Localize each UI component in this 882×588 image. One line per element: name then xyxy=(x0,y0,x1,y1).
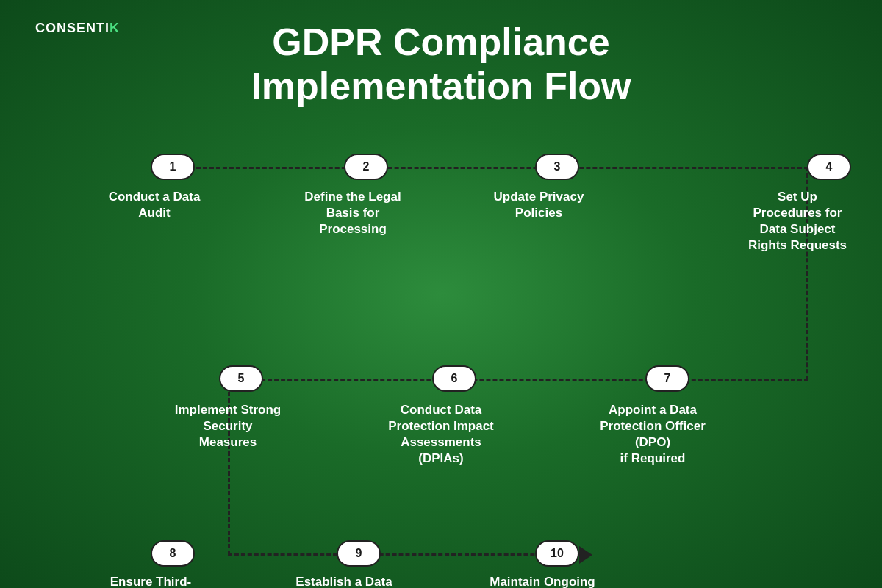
step-3-label: Update Privacy Policies xyxy=(476,189,601,221)
step-5-bubble: 5 xyxy=(219,365,263,392)
step-6-bubble: 6 xyxy=(432,365,476,392)
step-10-label: Maintain Ongoing Compliance xyxy=(469,574,616,588)
step-5-label: Implement Strong Security Measures xyxy=(154,402,301,451)
row3-arrow xyxy=(579,546,592,564)
step-4-bubble: 4 xyxy=(807,154,851,180)
logo-text: CONSENTI xyxy=(35,21,110,35)
step-9-label: Establish a Data Breach Response Plan xyxy=(270,574,417,588)
step-10-bubble: 10 xyxy=(535,540,579,567)
step-2-bubble: 2 xyxy=(344,154,388,180)
row3-connector xyxy=(228,553,581,556)
step-8-label: Ensure Third- Party Complianc xyxy=(81,574,220,588)
main-title: GDPR Compliance Implementation Flow xyxy=(0,21,882,109)
step-7-bubble: 7 xyxy=(645,365,689,392)
step-3-bubble: 3 xyxy=(535,154,579,180)
step-8-bubble: 8 xyxy=(151,540,195,567)
step-1-label: Conduct a Data Audit xyxy=(88,189,220,221)
step-4-label: Set Up Procedures for Data Subject Right… xyxy=(713,189,882,254)
row1-connector xyxy=(176,167,808,169)
title-section: GDPR Compliance Implementation Flow xyxy=(0,0,882,109)
step-7-label: Appoint a Data Protection Officer (DPO) … xyxy=(579,402,726,467)
logo-k: K xyxy=(110,21,120,35)
logo: CONSENTIK xyxy=(35,21,120,36)
step-6-label: Conduct Data Protection Impact Assessmen… xyxy=(368,402,514,467)
step-9-bubble: 9 xyxy=(337,540,381,567)
flow-container: 1 Conduct a Data Audit 2 Define the Lega… xyxy=(29,136,853,573)
step-1-bubble: 1 xyxy=(151,154,195,180)
step-2-label: Define the Legal Basis for Processing xyxy=(279,189,426,237)
row2-connector xyxy=(228,379,808,381)
